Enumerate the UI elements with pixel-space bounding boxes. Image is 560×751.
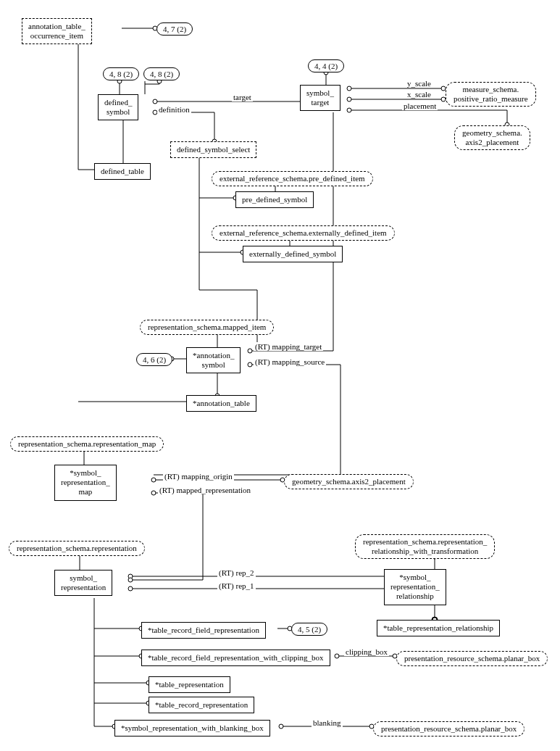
entity-label: *annotation_table: [193, 399, 250, 407]
entity-label: *symbol_representation_map: [61, 468, 110, 496]
svg-point-20: [347, 108, 351, 112]
pageref-label: 4, 8 (2): [109, 70, 133, 78]
ref-label: representation_schema.mapped_item: [148, 323, 266, 331]
label-rt-mapped-representation: (RT) mapped_representation: [158, 486, 252, 494]
entity-externally-defined-symbol: externally_defined_symbol: [243, 246, 343, 262]
entity-annotation-table-occurrence-item: annotation_table_occurrence_item: [22, 18, 92, 44]
label-clipping-box: clipping_box: [344, 647, 389, 656]
label-text: (RT) mapping_target: [255, 342, 322, 351]
entity-label: *symbol_representation_relationship: [390, 573, 440, 600]
svg-point-70: [128, 578, 133, 582]
pageref-4-4-2: 4, 4 (2): [308, 59, 344, 72]
label-text: placement: [404, 101, 436, 110]
ref-geometry-axis2-b: geometry_schema.axis2_placement: [284, 474, 414, 489]
ref-label: external_reference_schema.pre_defined_it…: [220, 174, 365, 183]
ref-label: representation_schema.representation: [17, 544, 137, 552]
entity-label: *table_record_field_representation: [148, 626, 259, 634]
entity-table-representation-relationship: *table_representation_relationship: [377, 620, 500, 636]
entity-annotation-table: *annotation_table: [186, 395, 256, 412]
pageref-4-6-2: 4, 6 (2): [136, 353, 172, 366]
label-placement: placement: [402, 101, 438, 110]
svg-point-63: [151, 491, 156, 495]
ref-external-externally-defined-item: external_reference_schema.externally_def…: [212, 225, 395, 241]
entity-table-record-field-representation: *table_record_field_representation: [141, 622, 266, 639]
ref-presentation-planar-box-b: presentation_resource_schema.planar_box: [373, 721, 525, 737]
label-text: (RT) mapping_origin: [164, 472, 233, 481]
label-y-scale: y_scale: [406, 79, 432, 88]
entity-label: *annotation_symbol: [193, 351, 234, 369]
svg-point-90: [335, 654, 339, 658]
pageref-label: 4, 4 (2): [314, 62, 338, 70]
label-text: (RT) mapping_source: [255, 357, 325, 366]
label-text: (RT) rep_1: [219, 581, 254, 590]
diagram-lines: [0, 0, 560, 751]
svg-point-58: [151, 478, 156, 482]
label-blanking: blanking: [312, 718, 343, 727]
ref-geometry-axis2-a: geometry_schema.axis2_placement: [454, 125, 530, 150]
entity-defined-symbol-select: defined_symbol_select: [170, 141, 256, 158]
entity-label: annotation_table_occurrence_item: [28, 22, 85, 40]
entity-label: symbol_representation: [61, 573, 106, 592]
ref-label: geometry_schema.axis2_placement: [292, 477, 406, 486]
entity-table-representation: *table_representation: [149, 676, 230, 693]
entity-label: symbol_target: [306, 88, 334, 107]
entity-symbol-target: symbol_target: [300, 85, 340, 111]
svg-point-51: [248, 362, 252, 367]
entity-table-record-field-representation-with-clipping-box: *table_record_field_representation_with_…: [141, 650, 330, 666]
entity-label: *symbol_representation_with_blanking_box: [121, 723, 264, 732]
ref-label: geometry_schema.axis2_placement: [462, 128, 522, 146]
entity-defined-symbol: defined_symbol: [98, 94, 138, 120]
label-text: blanking: [313, 718, 341, 727]
ref-representation-map: representation_schema.representation_map: [10, 436, 164, 452]
ref-label: presentation_resource_schema.planar_box: [381, 724, 517, 733]
ref-presentation-planar-box-a: presentation_resource_schema.planar_box: [396, 651, 548, 666]
ref-label: external_reference_schema.externally_def…: [220, 228, 387, 237]
svg-point-69: [128, 586, 133, 591]
svg-point-93: [279, 724, 283, 729]
entity-label: *table_representation: [155, 680, 224, 689]
entity-label: defined_symbol_select: [177, 145, 250, 154]
entity-label: defined_table: [101, 167, 144, 175]
ref-label: representation_schema.representation_rel…: [363, 537, 487, 555]
label-x-scale: x_scale: [406, 90, 432, 99]
label-text: y_scale: [407, 79, 431, 88]
pageref-label: 4, 5 (2): [298, 625, 321, 634]
entity-label: *table_record_field_representation_with_…: [148, 653, 324, 662]
ref-label: representation_schema.representation_map: [18, 439, 156, 448]
ref-label: measure_schema.positive_ratio_measure: [454, 85, 528, 103]
pageref-4-8-2a: 4, 8 (2): [103, 67, 139, 80]
pageref-4-5-2: 4, 5 (2): [291, 623, 327, 636]
entity-label: defined_symbol: [104, 98, 132, 116]
label-definition: definition: [157, 105, 191, 114]
ref-measure-positive-ratio: measure_schema.positive_ratio_measure: [446, 82, 536, 107]
ref-label: presentation_resource_schema.planar_box: [404, 654, 540, 663]
pageref-4-8-2b: 4, 8 (2): [143, 67, 180, 80]
entity-label: externally_defined_symbol: [249, 249, 336, 258]
ref-external-pre-defined-item: external_reference_schema.pre_defined_it…: [212, 171, 373, 186]
entity-symbol-representation-relationship: *symbol_representation_relationship: [384, 569, 446, 605]
label-rt-rep-2: (RT) rep_2: [217, 568, 256, 577]
label-rt-mapping-source: (RT) mapping_source: [254, 357, 326, 366]
label-text: (RT) rep_2: [219, 568, 254, 577]
entity-symbol-representation: symbol_representation: [54, 570, 112, 596]
label-target: target: [232, 93, 253, 101]
pageref-4-7-2: 4, 7 (2): [156, 22, 193, 36]
pageref-label: 4, 8 (2): [150, 70, 173, 78]
svg-point-9: [153, 99, 157, 104]
svg-point-16: [347, 97, 351, 101]
pageref-label: 4, 6 (2): [143, 355, 166, 364]
label-rt-mapping-origin: (RT) mapping_origin: [163, 472, 234, 481]
label-text: clipping_box: [346, 647, 388, 656]
entity-pre-defined-symbol: pre_defined_symbol: [235, 191, 314, 208]
entity-label: *table_record_representation: [155, 700, 248, 709]
label-rt-mapping-target: (RT) mapping_target: [254, 342, 323, 351]
svg-point-47: [248, 349, 252, 353]
entity-label: *table_representation_relationship: [383, 623, 493, 632]
label-text: (RT) mapped_representation: [159, 486, 251, 494]
svg-point-13: [347, 86, 351, 91]
label-text: x_scale: [407, 90, 431, 99]
entity-symbol-representation-with-blanking-box: *symbol_representation_with_blanking_box: [114, 720, 270, 737]
ref-representation-representation: representation_schema.representation: [9, 541, 145, 556]
entity-symbol-representation-map: *symbol_representation_map: [54, 465, 117, 501]
entity-label: pre_defined_symbol: [242, 195, 307, 204]
